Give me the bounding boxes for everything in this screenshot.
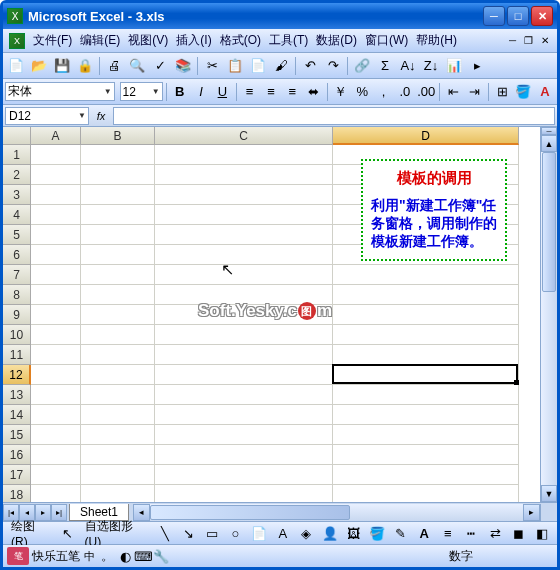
line-icon[interactable]: ╲: [154, 522, 176, 544]
cell[interactable]: [155, 165, 333, 185]
cell[interactable]: [333, 325, 519, 345]
menu-tools[interactable]: 工具(T): [265, 28, 312, 53]
cell[interactable]: [81, 385, 155, 405]
menu-format[interactable]: 格式(O): [216, 28, 265, 53]
close-button[interactable]: ✕: [531, 6, 553, 26]
permission-icon[interactable]: 🔒: [74, 55, 96, 77]
scroll-right-button[interactable]: ▸: [523, 504, 540, 521]
arrow-style-icon[interactable]: ⇄: [484, 522, 506, 544]
menu-edit[interactable]: 编辑(E): [76, 28, 124, 53]
column-header[interactable]: B: [81, 127, 155, 145]
cell[interactable]: [333, 465, 519, 485]
cell[interactable]: [155, 325, 333, 345]
column-header[interactable]: C: [155, 127, 333, 145]
cell[interactable]: [81, 325, 155, 345]
spell-icon[interactable]: ✓: [149, 55, 171, 77]
font-combo[interactable]: 宋体 ▼: [5, 82, 115, 101]
menu-data[interactable]: 数据(D): [312, 28, 361, 53]
scroll-up-button[interactable]: ▲: [541, 135, 557, 152]
scroll-track[interactable]: [541, 152, 557, 485]
textbox-icon[interactable]: 📄: [248, 522, 270, 544]
cell[interactable]: [333, 425, 519, 445]
clipart-icon[interactable]: 👤: [319, 522, 341, 544]
align-left-icon[interactable]: ≡: [239, 81, 259, 103]
cell[interactable]: [155, 185, 333, 205]
dash-style-icon[interactable]: ┅: [461, 522, 483, 544]
cell[interactable]: [333, 345, 519, 365]
split-handle[interactable]: ─: [541, 127, 557, 135]
oval-icon[interactable]: ○: [225, 522, 247, 544]
cell[interactable]: [31, 365, 81, 385]
cell[interactable]: [155, 145, 333, 165]
row-header[interactable]: 17: [3, 465, 31, 485]
maximize-button[interactable]: □: [507, 6, 529, 26]
diagram-icon[interactable]: ◈: [296, 522, 318, 544]
cell[interactable]: [333, 385, 519, 405]
cell[interactable]: [155, 285, 333, 305]
scroll-thumb[interactable]: [542, 152, 556, 292]
new-icon[interactable]: 📄: [5, 55, 27, 77]
row-header[interactable]: 16: [3, 445, 31, 465]
cell[interactable]: [31, 145, 81, 165]
cell[interactable]: [155, 265, 333, 285]
cell[interactable]: [155, 385, 333, 405]
cell[interactable]: [155, 465, 333, 485]
arrow-icon[interactable]: ↘: [178, 522, 200, 544]
cell[interactable]: [155, 365, 333, 385]
comma-icon[interactable]: ,: [373, 81, 393, 103]
autosum-icon[interactable]: Σ: [374, 55, 396, 77]
row-header[interactable]: 3: [3, 185, 31, 205]
save-icon[interactable]: 💾: [51, 55, 73, 77]
hscroll-track[interactable]: [150, 504, 523, 521]
cell[interactable]: [31, 225, 81, 245]
cell[interactable]: [81, 185, 155, 205]
doc-restore-button[interactable]: ❐: [522, 34, 535, 47]
ime-mode-icon[interactable]: 中: [80, 545, 98, 567]
cell[interactable]: [31, 465, 81, 485]
bold-button[interactable]: B: [169, 81, 189, 103]
cell[interactable]: [81, 165, 155, 185]
percent-icon[interactable]: %: [352, 81, 372, 103]
select-all-corner[interactable]: [3, 127, 31, 145]
research-icon[interactable]: 📚: [172, 55, 194, 77]
cell[interactable]: [31, 205, 81, 225]
doc-close-button[interactable]: ✕: [538, 34, 551, 47]
cell[interactable]: [81, 425, 155, 445]
cell[interactable]: [31, 445, 81, 465]
ime-softkbd-icon[interactable]: ⌨: [134, 545, 152, 567]
currency-icon[interactable]: ￥: [331, 81, 351, 103]
menu-help[interactable]: 帮助(H): [412, 28, 461, 53]
cell[interactable]: [81, 445, 155, 465]
cell[interactable]: [31, 425, 81, 445]
underline-button[interactable]: U: [212, 81, 232, 103]
format-painter-icon[interactable]: 🖌: [270, 55, 292, 77]
row-header[interactable]: 4: [3, 205, 31, 225]
wordart-icon[interactable]: A: [272, 522, 294, 544]
cell[interactable]: [31, 165, 81, 185]
cell[interactable]: [155, 445, 333, 465]
column-header[interactable]: A: [31, 127, 81, 145]
cell[interactable]: [155, 345, 333, 365]
row-header[interactable]: 1: [3, 145, 31, 165]
font-color-draw-icon[interactable]: A: [414, 522, 436, 544]
chevron-down-icon[interactable]: ▼: [101, 87, 112, 96]
picture-icon[interactable]: 🖼: [343, 522, 365, 544]
cell[interactable]: [81, 205, 155, 225]
cell[interactable]: [155, 405, 333, 425]
ime-tool-icon[interactable]: 🔧: [152, 545, 170, 567]
ime-punct-icon[interactable]: 。: [98, 545, 116, 567]
cell[interactable]: [31, 485, 81, 502]
line-color-icon[interactable]: ✎: [390, 522, 412, 544]
menu-window[interactable]: 窗口(W): [361, 28, 412, 53]
row-header[interactable]: 7: [3, 265, 31, 285]
cell[interactable]: [81, 285, 155, 305]
row-header[interactable]: 9: [3, 305, 31, 325]
sort-desc-icon[interactable]: Z↓: [420, 55, 442, 77]
excel-doc-icon[interactable]: X: [9, 33, 25, 49]
paste-icon[interactable]: 📄: [247, 55, 269, 77]
chevron-down-icon[interactable]: ▼: [149, 87, 160, 96]
cell[interactable]: [155, 485, 333, 502]
grid-main[interactable]: ABCD 123456789101112131415161718 模板的调用 利…: [3, 127, 540, 502]
line-style-icon[interactable]: ≡: [437, 522, 459, 544]
merge-icon[interactable]: ⬌: [303, 81, 323, 103]
